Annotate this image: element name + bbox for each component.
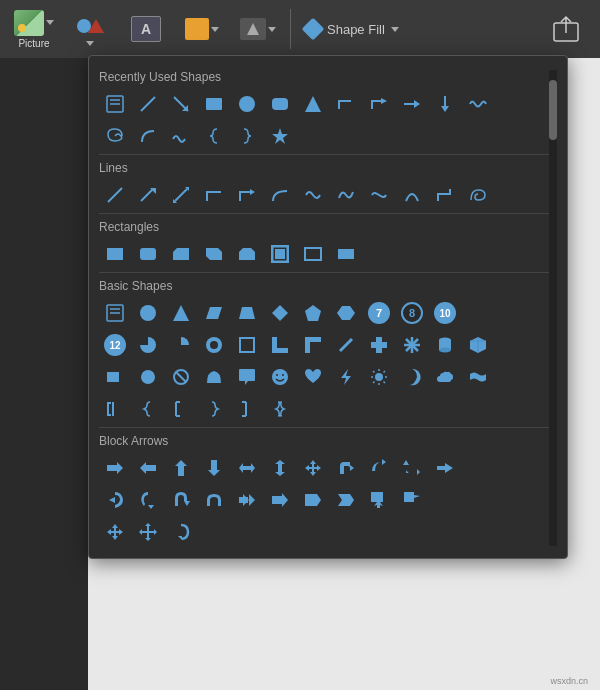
shape-block-arrow-ud[interactable] [264, 454, 296, 482]
shape-circular-arrow[interactable] [165, 518, 197, 546]
shape-arrow-right[interactable] [396, 90, 428, 118]
shape-pentagon-arrow[interactable] [297, 486, 329, 514]
shape-block-arrow-lr[interactable] [231, 454, 263, 482]
shape-line[interactable] [99, 181, 131, 209]
shape-cube[interactable] [462, 331, 494, 359]
shape-rounded-rect[interactable] [264, 90, 296, 118]
shape-circle[interactable] [231, 90, 263, 118]
shape-brace-close[interactable] [231, 122, 263, 150]
shape-l-shape2[interactable] [297, 331, 329, 359]
shape-basic-textbox[interactable] [99, 299, 131, 327]
shape-bracket3[interactable] [231, 395, 263, 423]
shape-line-arc[interactable] [396, 181, 428, 209]
shape-rect-line[interactable] [429, 181, 461, 209]
shape-hexagon[interactable] [330, 299, 362, 327]
shape-arc2[interactable] [198, 363, 230, 391]
shape-sun[interactable] [363, 363, 395, 391]
shape-block-arrow-elbow[interactable] [429, 454, 461, 482]
shape-square-outline[interactable] [231, 331, 263, 359]
shape-line-curved3[interactable] [363, 181, 395, 209]
shape-block-arrow-curve[interactable] [363, 454, 395, 482]
shape-line-diag[interactable] [132, 90, 164, 118]
shape-line-curved-one[interactable] [264, 181, 296, 209]
shape-brace-open2[interactable] [132, 395, 164, 423]
shape-arrow-down[interactable] [429, 90, 461, 118]
shape-wave2[interactable] [165, 122, 197, 150]
shape-bracket-open[interactable] [99, 395, 131, 423]
shape-spiral[interactable] [99, 122, 131, 150]
shape-scribble[interactable] [297, 181, 329, 209]
shape-nturn-arrow[interactable] [198, 486, 230, 514]
shape-l-shape[interactable] [264, 331, 296, 359]
shapes-format-button[interactable] [64, 4, 116, 54]
shape-basic-triangle[interactable] [165, 299, 197, 327]
shape-triangle[interactable] [297, 90, 329, 118]
shape-moon[interactable] [396, 363, 428, 391]
shape-block-arrow-bend-up[interactable] [396, 454, 428, 482]
shape-rotate-arrow[interactable] [99, 486, 131, 514]
shape-star[interactable] [264, 122, 296, 150]
shape-rect-outline[interactable] [297, 240, 329, 268]
shape-pentagon[interactable] [297, 299, 329, 327]
scrollbar-thumb[interactable] [549, 80, 557, 140]
shape-rect-frame[interactable] [264, 240, 296, 268]
object-button[interactable] [176, 4, 228, 54]
share-button[interactable] [540, 4, 592, 54]
shape-block-arrow-right[interactable] [99, 454, 131, 482]
shape-brace3[interactable] [264, 395, 296, 423]
shape-arc[interactable] [132, 122, 164, 150]
shape-block-arrow-bold[interactable] [264, 486, 296, 514]
shape-parallelogram[interactable] [198, 299, 230, 327]
shape-bent-line[interactable] [330, 90, 362, 118]
shape-line-elbow[interactable] [198, 181, 230, 209]
shape-rect-snip3[interactable] [231, 240, 263, 268]
shape-half-circle-arrow[interactable] [132, 486, 164, 514]
shape-block-arrow-up[interactable] [165, 454, 197, 482]
shape-rect-round[interactable] [132, 240, 164, 268]
shape-line-curved2[interactable] [330, 181, 362, 209]
shape-arrow-box-callout[interactable] [363, 486, 395, 514]
picture-button[interactable]: Picture [8, 4, 60, 54]
shape-uturn-arrow[interactable] [165, 486, 197, 514]
shape-circle-small[interactable] [132, 363, 164, 391]
shape-block-arrow-left[interactable] [132, 454, 164, 482]
shape-lightning[interactable] [330, 363, 362, 391]
shape-cylinder[interactable] [429, 331, 461, 359]
shape-asterisk[interactable] [396, 331, 428, 359]
shape-block-arrow-4way[interactable] [297, 454, 329, 482]
shape-badge-8[interactable]: 8 [396, 299, 428, 327]
shape-trapezoid[interactable] [231, 299, 263, 327]
shape-badge-10[interactable]: 10 [429, 299, 461, 327]
scrollbar[interactable] [549, 70, 557, 546]
shape-arrow-down-right[interactable] [165, 90, 197, 118]
shape-no-symbol[interactable] [165, 363, 197, 391]
shape-brace2[interactable] [198, 395, 230, 423]
shape-chevron-arrow[interactable] [330, 486, 362, 514]
shape-bent-arrow[interactable] [363, 90, 395, 118]
shape-line-elbow-arrow[interactable] [231, 181, 263, 209]
shape-rect-snip1[interactable] [165, 240, 197, 268]
shape-line-double-arrow[interactable] [165, 181, 197, 209]
shape-striped-arrow[interactable] [231, 486, 263, 514]
shape-fill-button[interactable]: Shape Fill [297, 17, 407, 41]
shape-oval[interactable] [132, 299, 164, 327]
shape-bracket2[interactable] [165, 395, 197, 423]
shape-4dir-move[interactable] [132, 518, 164, 546]
shape-callout[interactable] [231, 363, 263, 391]
shape-block-arrow-bend[interactable] [330, 454, 362, 482]
shape-brace-open[interactable] [198, 122, 230, 150]
shape-cloud[interactable] [429, 363, 461, 391]
shape-diamond[interactable] [264, 299, 296, 327]
shape-smiley[interactable] [264, 363, 296, 391]
shape-wave[interactable] [462, 90, 494, 118]
shape-block-arrow-down[interactable] [198, 454, 230, 482]
shape-badge-7[interactable]: 7 [363, 299, 395, 327]
shape-ribbon[interactable] [462, 363, 494, 391]
more-button[interactable] [232, 4, 284, 54]
shape-rect-filled[interactable] [198, 90, 230, 118]
shape-arrow-callout-right[interactable] [396, 486, 428, 514]
shape-plus[interactable] [363, 331, 395, 359]
shape-pie[interactable] [132, 331, 164, 359]
shape-diagonal-slash[interactable] [330, 331, 362, 359]
shape-rect-snip2[interactable] [198, 240, 230, 268]
